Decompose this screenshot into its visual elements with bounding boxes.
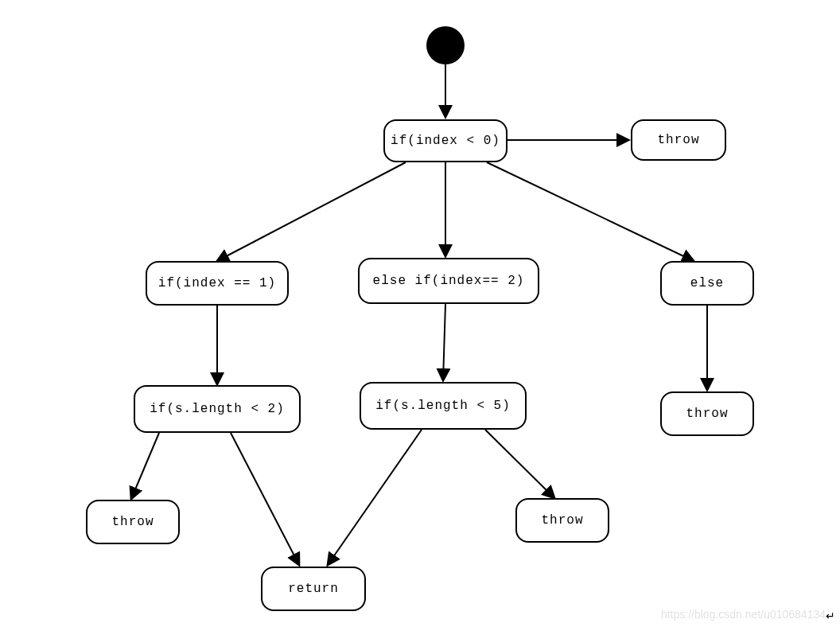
node-throw-mid-right: throw	[515, 498, 609, 543]
edge-n7-n11	[328, 430, 422, 565]
node-throw-top-right: throw	[631, 119, 726, 161]
node-label: else	[690, 276, 724, 290]
node-return: return	[261, 567, 366, 611]
edge-n6-n9	[131, 433, 159, 499]
node-label: throw	[541, 513, 583, 528]
edge-n4-n7	[443, 304, 445, 380]
node-if-index-lt-0: if(index < 0)	[383, 119, 508, 162]
node-if-slength-lt-5: if(s.length < 5)	[360, 382, 527, 430]
edge-n6-n11	[231, 433, 299, 565]
watermark-text: https://blog.csdn.net/u010684134	[661, 608, 826, 621]
node-if-slength-lt-2: if(s.length < 2)	[134, 385, 301, 433]
node-label: throw	[111, 515, 154, 529]
carriage-return-symbol: ↵	[826, 609, 835, 622]
node-else: else	[660, 261, 754, 306]
node-label: if(index < 0)	[391, 134, 500, 148]
node-label: if(index == 1)	[158, 276, 276, 290]
node-label: return	[288, 582, 339, 596]
edge-n1-n3	[217, 162, 406, 261]
node-if-index-eq-1: if(index == 1)	[146, 261, 289, 306]
node-else-if-index-eq-2: else if(index== 2)	[358, 258, 539, 304]
edge-n1-n5	[487, 162, 694, 261]
node-label: if(s.length < 2)	[150, 402, 285, 416]
node-throw-else: throw	[660, 391, 754, 436]
node-throw-left: throw	[86, 500, 180, 544]
node-label: throw	[686, 407, 728, 421]
node-label: throw	[657, 133, 699, 147]
edge-n7-n10	[485, 430, 554, 498]
node-label: if(s.length < 5)	[375, 399, 511, 413]
node-label: else if(index== 2)	[373, 274, 525, 288]
